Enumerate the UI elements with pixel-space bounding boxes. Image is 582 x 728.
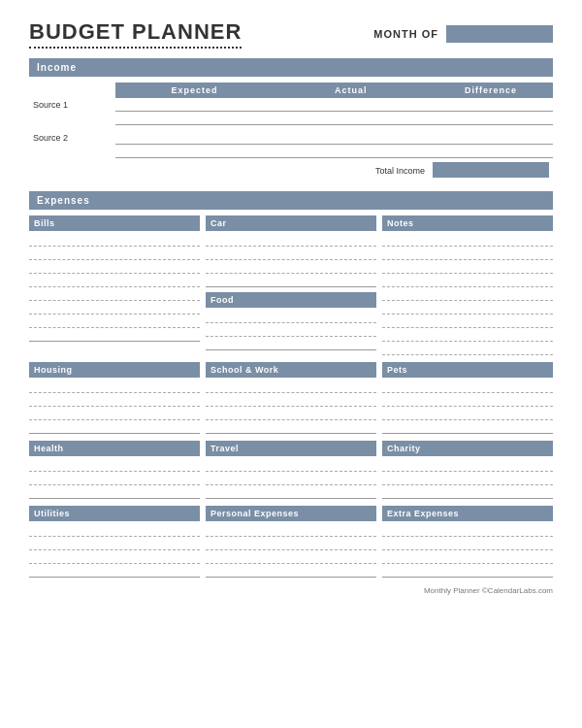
charity-category: Charity: [382, 441, 553, 500]
total-income-value[interactable]: [433, 162, 549, 178]
pets-header: Pets: [382, 362, 553, 378]
car-line-2: [206, 248, 376, 260]
school-total-line[interactable]: [206, 421, 376, 434]
total-income-row: Total Income: [29, 158, 553, 182]
travel-line-1: [206, 459, 376, 472]
source1-difference[interactable]: [429, 98, 553, 112]
charity-header: Charity: [382, 441, 553, 456]
source2-extra-expected[interactable]: [115, 145, 273, 158]
month-of-field: Month of: [373, 25, 553, 43]
school-line-1: [206, 381, 376, 393]
notes-line-8[interactable]: [382, 329, 553, 342]
source1-label: Source 1: [29, 98, 115, 112]
food-header: Food: [206, 292, 376, 308]
travel-category: Travel: [206, 441, 376, 500]
food-line-2: [206, 324, 376, 337]
expenses-section: Expenses Bills Car Food: [29, 191, 553, 579]
expenses-row-2: Housing School & Work Pets: [29, 362, 553, 435]
utilities-line-1: [29, 524, 200, 537]
personal-total-line[interactable]: [206, 565, 376, 578]
housing-line-1: [29, 381, 200, 393]
income-actual-header: Actual: [274, 83, 429, 98]
pets-total-line[interactable]: [382, 421, 553, 434]
bills-line-6: [29, 302, 200, 314]
personal-line-3: [206, 551, 376, 564]
source1-expected[interactable]: [115, 98, 273, 112]
expenses-section-header: Expenses: [29, 191, 553, 210]
income-source1-row: Source 1: [29, 98, 553, 112]
food-line-1: [206, 311, 376, 323]
housing-category: Housing: [29, 362, 200, 435]
source2-expected[interactable]: [115, 131, 273, 145]
income-empty-header: [29, 83, 115, 98]
extra-expenses-header: Extra Expenses: [382, 506, 553, 521]
notes-category: Notes: [382, 215, 553, 356]
extra-total-line[interactable]: [382, 565, 553, 578]
charity-total-line[interactable]: [382, 486, 553, 499]
utilities-line-3: [29, 551, 200, 564]
school-line-2: [206, 394, 376, 407]
notes-line-6[interactable]: [382, 302, 553, 314]
source1-extra-expected[interactable]: [115, 112, 273, 125]
expenses-row-3: Health Travel Charity: [29, 441, 553, 500]
notes-line-3[interactable]: [382, 261, 553, 274]
car-header: Car: [206, 215, 376, 231]
month-of-label: Month of: [373, 28, 438, 40]
bills-line-2: [29, 248, 200, 260]
extra-expenses-category: Extra Expenses: [382, 506, 553, 579]
car-line-1: [206, 234, 376, 247]
health-total-line[interactable]: [29, 486, 200, 499]
personal-expenses-category: Personal Expenses: [206, 506, 376, 579]
extra-line-3: [382, 551, 553, 564]
utilities-line-2: [29, 538, 200, 550]
housing-total-line[interactable]: [29, 421, 200, 434]
bills-category: Bills: [29, 215, 200, 356]
notes-line-1[interactable]: [382, 234, 553, 247]
notes-line-9[interactable]: [382, 343, 553, 355]
income-expected-header: Expected: [115, 83, 273, 98]
income-section-header: Income: [29, 58, 553, 77]
bills-total-line[interactable]: [29, 329, 200, 342]
health-line-2: [29, 473, 200, 485]
charity-line-2: [382, 473, 553, 485]
notes-line-4[interactable]: [382, 275, 553, 287]
car-line-3: [206, 261, 376, 274]
extra-line-2: [382, 538, 553, 550]
health-category: Health: [29, 441, 200, 500]
health-header: Health: [29, 441, 200, 456]
pets-line-1: [382, 381, 553, 393]
utilities-total-line[interactable]: [29, 565, 200, 578]
notes-line-5[interactable]: [382, 288, 553, 301]
source2-extra-actual[interactable]: [274, 145, 429, 158]
pets-category: Pets: [382, 362, 553, 435]
source2-difference[interactable]: [429, 131, 553, 145]
income-difference-header: Difference: [429, 83, 553, 98]
month-input-box[interactable]: [446, 25, 553, 43]
income-section: Income Expected Actual Difference Source…: [29, 58, 553, 182]
bills-line-5: [29, 288, 200, 301]
source1-extra-difference[interactable]: [429, 112, 553, 125]
school-work-category: School & Work: [206, 362, 376, 435]
housing-line-3: [29, 408, 200, 420]
car-total-line[interactable]: [206, 275, 376, 287]
travel-total-line[interactable]: [206, 486, 376, 499]
food-total-line[interactable]: [206, 338, 376, 350]
source1-extra-actual[interactable]: [274, 112, 429, 125]
notes-line-7[interactable]: [382, 315, 553, 328]
source1-actual[interactable]: [274, 98, 429, 112]
source2-actual[interactable]: [274, 131, 429, 145]
footer-text: Monthly Planner ©CalendarLabs.com: [424, 586, 553, 595]
bills-line-7: [29, 315, 200, 328]
bills-header: Bills: [29, 215, 200, 231]
footer: Monthly Planner ©CalendarLabs.com: [29, 586, 553, 595]
source2-extra-difference[interactable]: [429, 145, 553, 158]
housing-line-2: [29, 394, 200, 407]
pets-line-2: [382, 394, 553, 407]
personal-expenses-header: Personal Expenses: [206, 506, 376, 521]
notes-line-2[interactable]: [382, 248, 553, 260]
car-category: Car Food: [206, 215, 376, 356]
school-work-header: School & Work: [206, 362, 376, 378]
bills-line-3: [29, 261, 200, 274]
expenses-row-1: Bills Car Food Notes: [29, 215, 553, 356]
expenses-row-4: Utilities Personal Expenses Extra Expens…: [29, 506, 553, 579]
